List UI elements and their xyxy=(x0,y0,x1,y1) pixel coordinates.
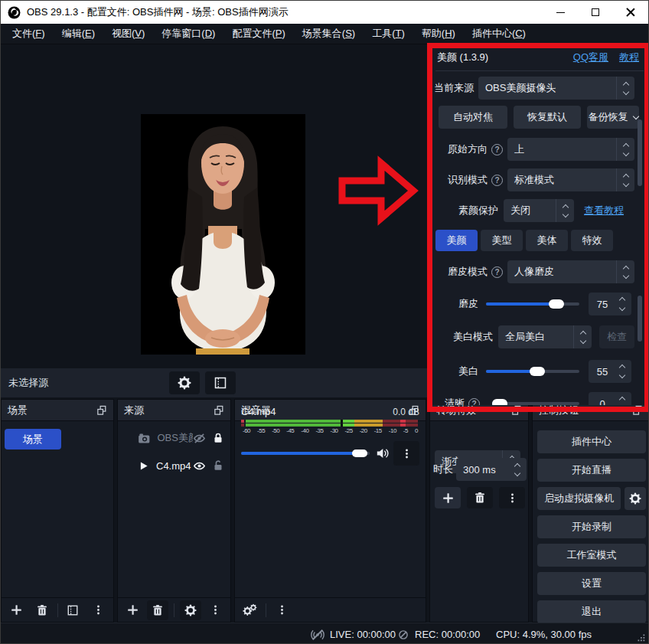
rec-status: REC: 00:00:00 xyxy=(397,623,480,644)
controls-dock-float-button[interactable] xyxy=(632,405,643,416)
maximize-button[interactable] xyxy=(578,1,613,24)
preview-video[interactable] xyxy=(141,114,305,355)
qq-support-link[interactable]: QQ客服 xyxy=(573,51,608,64)
panel-scrollbar-thumb[interactable] xyxy=(638,119,642,186)
slider-handle[interactable] xyxy=(549,299,564,309)
clarity-value: 0 xyxy=(589,398,616,406)
smooth-mode-select[interactable]: 人像磨皮 xyxy=(507,260,634,283)
slider-fill xyxy=(486,302,556,306)
spin-arrows[interactable] xyxy=(508,458,527,481)
minimize-button[interactable] xyxy=(543,1,578,24)
slider-handle[interactable] xyxy=(492,399,507,405)
help-icon: ? xyxy=(491,144,503,155)
volume-slider[interactable] xyxy=(241,452,370,455)
mixer-channel-menu-button[interactable] xyxy=(393,441,419,466)
menu-file[interactable]: 文件(F) xyxy=(4,24,54,44)
mixer-more-button[interactable] xyxy=(272,601,292,619)
remove-transition-button[interactable] xyxy=(467,487,493,508)
remove-source-button[interactable] xyxy=(147,600,168,620)
restore-default-button[interactable]: 恢复默认 xyxy=(514,106,581,129)
eye-slash-icon[interactable] xyxy=(193,432,206,445)
check-button[interactable]: 检查 xyxy=(599,325,634,348)
source-properties-gear-button[interactable] xyxy=(169,371,200,394)
plugin-center-button[interactable]: 插件中心 xyxy=(537,430,646,453)
toolbar-separator xyxy=(57,603,58,617)
makeup-protect-select[interactable]: 关闭 xyxy=(504,199,574,222)
tab-content-scrollbar-thumb[interactable] xyxy=(638,296,642,342)
scene-list-item[interactable]: 场景 xyxy=(5,429,61,449)
source-filters-button[interactable] xyxy=(205,371,236,394)
start-streaming-button[interactable]: 开始直播 xyxy=(537,459,646,482)
menu-docks[interactable]: 停靠窗口(D) xyxy=(153,24,223,44)
add-source-button[interactable] xyxy=(123,601,142,619)
sources-dock-float-button[interactable] xyxy=(214,405,224,416)
tab-reshape[interactable]: 美型 xyxy=(481,230,523,251)
tab-effects[interactable]: 特效 xyxy=(571,230,613,251)
sources-more-button[interactable] xyxy=(207,601,225,619)
sources-dock: 来源 OBS美颜摄像头 C4.mp4 xyxy=(117,399,231,623)
meter-tick: -35 xyxy=(315,427,323,434)
menu-tools[interactable]: 工具(T) xyxy=(364,24,413,44)
source-row-media[interactable]: C4.mp4 xyxy=(118,455,230,476)
eye-icon[interactable] xyxy=(193,459,206,472)
advanced-audio-button[interactable] xyxy=(240,601,260,619)
scene-filters-button[interactable] xyxy=(63,601,83,619)
virtual-camera-settings-button[interactable] xyxy=(625,487,646,510)
maximize-icon xyxy=(592,8,599,16)
smooth-mode-label: 磨皮模式 xyxy=(434,265,488,279)
spin-arrows[interactable] xyxy=(616,363,631,380)
orientation-select[interactable]: 上 xyxy=(507,138,634,161)
lock-icon[interactable] xyxy=(212,432,224,444)
menu-scene-collection[interactable]: 场景集合(S) xyxy=(294,24,364,44)
studio-mode-button[interactable]: 工作室模式 xyxy=(537,544,646,567)
smooth-spinbox[interactable]: 75 xyxy=(589,293,631,315)
view-tutorial-link[interactable]: 查看教程 xyxy=(584,204,624,217)
start-virtual-camera-button[interactable]: 启动虚拟摄像机 xyxy=(537,487,621,510)
clarity-row: 清晰 ? 0 xyxy=(434,391,631,405)
menu-plugin-center[interactable]: 插件中心(C) xyxy=(464,24,534,44)
chevron-down-icon xyxy=(632,113,638,119)
source-properties-button[interactable] xyxy=(180,600,201,620)
speaker-button[interactable] xyxy=(376,446,390,460)
smooth-slider[interactable] xyxy=(486,302,579,306)
menu-help[interactable]: 帮助(H) xyxy=(413,24,464,44)
makeup-protect-label: 素颜保护 xyxy=(434,204,504,217)
whiten-slider[interactable] xyxy=(486,370,579,373)
clarity-slider[interactable] xyxy=(492,402,579,405)
volume-slider-handle[interactable] xyxy=(352,449,367,457)
settings-button[interactable]: 设置 xyxy=(537,572,646,595)
tutorial-link[interactable]: 教程 xyxy=(619,51,639,64)
current-source-select[interactable]: OBS美颜摄像头 xyxy=(478,77,634,100)
transition-more-button[interactable] xyxy=(499,487,525,508)
source-row-camera[interactable]: OBS美颜摄像头 xyxy=(118,427,230,449)
tab-body[interactable]: 美体 xyxy=(526,230,568,251)
clarity-spinbox[interactable]: 0 xyxy=(589,392,631,405)
recognition-select[interactable]: 标准模式 xyxy=(507,168,634,191)
menu-profile[interactable]: 配置文件(P) xyxy=(223,24,293,44)
backup-restore-button[interactable]: 备份恢复 xyxy=(587,106,639,129)
resize-grip[interactable] xyxy=(635,632,646,642)
spin-arrows[interactable] xyxy=(616,296,631,312)
menu-edit[interactable]: 编辑(E) xyxy=(54,24,103,44)
transitions-dock-float-button[interactable] xyxy=(511,405,522,416)
close-button[interactable] xyxy=(613,1,648,24)
whiten-spinbox[interactable]: 55 xyxy=(589,360,631,383)
autofocus-button[interactable]: 自动对焦 xyxy=(439,106,507,129)
close-icon xyxy=(626,8,635,17)
menu-view[interactable]: 视图(V) xyxy=(103,24,153,44)
scenes-dock-float-button[interactable] xyxy=(96,405,107,416)
add-scene-button[interactable] xyxy=(7,601,27,619)
smooth-value: 75 xyxy=(589,299,616,310)
start-recording-button[interactable]: 开始录制 xyxy=(537,515,646,538)
spin-arrows[interactable] xyxy=(616,395,631,405)
unlock-icon[interactable] xyxy=(212,459,224,472)
whiten-mode-select[interactable]: 全局美白 xyxy=(498,325,592,348)
scenes-more-button[interactable] xyxy=(88,601,108,619)
remove-scene-button[interactable] xyxy=(32,601,52,619)
tab-beauty[interactable]: 美颜 xyxy=(435,230,478,251)
duration-spinbox[interactable]: 300 ms xyxy=(456,458,527,481)
slider-handle[interactable] xyxy=(530,367,545,376)
add-transition-button[interactable] xyxy=(435,487,461,508)
exit-button[interactable]: 退出 xyxy=(537,600,646,623)
whiten-mode-label: 美白模式 xyxy=(434,330,498,344)
